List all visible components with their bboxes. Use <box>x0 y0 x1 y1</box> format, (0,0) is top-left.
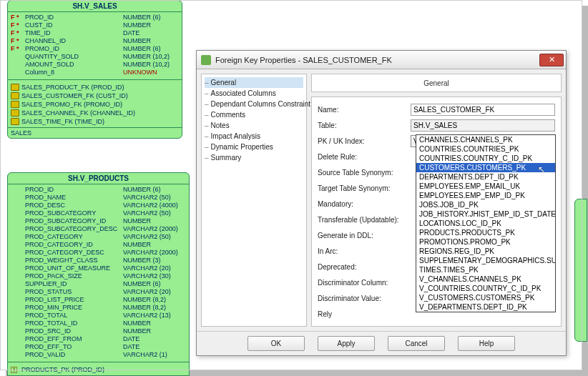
column-type: NUMBER (10,2) <box>123 61 170 69</box>
column-row[interactable]: PROD_SUBCATEGORY_IDNUMBER <box>11 217 186 225</box>
entity-products-columns: PROD_IDNUMBER (6)PROD_NAMEVARCHAR2 (50)P… <box>8 184 189 360</box>
column-type: VARCHAR2 (13) <box>123 312 171 320</box>
dropdown-item[interactable]: DEPARTMENTS.DEPT_ID_PK <box>416 172 555 182</box>
dropdown-item[interactable]: TIMES.TIMES_PK <box>416 265 555 274</box>
column-row[interactable]: PROD_EFF_FROMDATE <box>11 335 186 343</box>
fk-row[interactable]: SALES_CUSTOMER_FK (CUST_ID) <box>11 91 179 100</box>
fk-row[interactable]: SALES_CHANNEL_FK (CHANNEL_ID) <box>11 109 179 117</box>
tree-dash-icon: – <box>205 122 209 129</box>
label-disc-value: Discriminator Value: <box>318 295 411 302</box>
nav-item[interactable]: –Dependant Columns Constraint <box>205 99 303 109</box>
dropdown-item[interactable]: V_DEPARTMENTS.DEPT_ID_PK <box>416 302 555 312</box>
column-row[interactable]: PROD_TOTALVARCHAR2 (13) <box>11 312 186 320</box>
fk-label: SALES_TIME_FK (TIME_ID) <box>21 118 104 125</box>
column-row[interactable]: F *PROMO_IDNUMBER (6) <box>11 45 179 53</box>
column-row[interactable]: F *CUST_IDNUMBER <box>11 21 179 29</box>
dropdown-item[interactable]: EMPLOYEES.EMP_EMP_ID_PK <box>416 191 555 200</box>
column-name: SUPPLIER_ID <box>25 280 122 288</box>
column-row[interactable]: PROD_SRC_IDNUMBER <box>11 327 186 335</box>
column-type: VARCHAR2 (20) <box>123 264 171 272</box>
nav-item[interactable]: –General <box>205 77 303 88</box>
column-row[interactable]: QUANTITY_SOLDNUMBER (10,2) <box>11 53 179 61</box>
fk-row[interactable]: SALES_PRODUCT_FK (PROD_ID) <box>11 83 179 91</box>
cancel-button[interactable]: Cancel <box>388 336 445 351</box>
fk-row[interactable]: SALES_PROMO_FK (PROMO_ID) <box>11 100 179 109</box>
nav-item[interactable]: –Comments <box>205 109 303 120</box>
column-row[interactable]: PROD_IDNUMBER (6) <box>11 186 186 194</box>
entity-offscreen[interactable] <box>574 199 587 342</box>
dropdown-item[interactable]: JOBS.JOB_ID_PK <box>416 200 555 209</box>
column-row[interactable]: PROD_TOTAL_IDNUMBER <box>11 320 186 327</box>
column-row[interactable]: AMOUNT_SOLDNUMBER (10,2) <box>11 61 179 69</box>
column-row[interactable]: PROD_STATUSVARCHAR2 (20) <box>11 288 186 296</box>
column-row[interactable]: PROD_NAMEVARCHAR2 (50) <box>11 194 186 202</box>
column-row[interactable]: PROD_EFF_TODATE <box>11 343 186 351</box>
column-row[interactable]: PROD_CATEGORY_IDNUMBER <box>11 241 186 249</box>
label-tgt-synonym: Target Table Synonym: <box>318 184 411 192</box>
column-row[interactable]: F *PROD_IDNUMBER (6) <box>11 14 179 21</box>
column-name: PROD_WEIGHT_CLASS <box>25 257 122 264</box>
column-type: NUMBER (8,2) <box>123 304 166 312</box>
dropdown-item[interactable]: PROMOTIONS.PROMO_PK <box>416 237 555 247</box>
dropdown-item[interactable]: EMPLOYEES.EMP_EMAIL_UK <box>416 182 555 191</box>
dialog-panel: General Name: Table: PK / UK Index: V_CU… <box>311 74 562 327</box>
nav-item[interactable]: –Summary <box>205 152 303 163</box>
column-row[interactable]: PROD_PACK_SIZEVARCHAR2 (30) <box>11 272 186 280</box>
dialog-titlebar[interactable]: Foreign Key Properties - SALES_CUSTOMER_… <box>197 51 566 69</box>
column-type: VARCHAR2 (2000) <box>123 225 178 233</box>
column-name: PROD_ID <box>25 14 122 21</box>
column-row[interactable]: PROD_WEIGHT_CLASSNUMBER (3) <box>11 257 186 264</box>
pk-index-dropdown[interactable]: CHANNELS.CHANNELS_PKCOUNTRIES.COUNTRIES_… <box>416 134 556 312</box>
column-row[interactable]: PROD_SUBCATEGORY_DESCVARCHAR2 (2000) <box>11 225 186 233</box>
nav-item[interactable]: –Dynamic Properties <box>205 142 303 152</box>
apply-button[interactable]: Apply <box>318 336 375 351</box>
column-row[interactable]: PROD_CATEGORYVARCHAR2 (50) <box>11 233 186 241</box>
entity-sales-title: SH.V_SALES <box>8 1 182 12</box>
dropdown-item[interactable]: PRODUCTS.PRODUCTS_PK <box>416 228 555 237</box>
dropdown-item[interactable]: V_CHANNELS.CHANNELS_PK <box>416 274 555 284</box>
column-row[interactable]: PROD_MIN_PRICENUMBER (8,2) <box>11 304 186 312</box>
dropdown-item[interactable]: COUNTRIES.COUNTRY_C_ID_PK <box>416 154 555 163</box>
dialog-footer: OK Apply Cancel Help <box>197 331 566 355</box>
column-row[interactable]: PROD_CATEGORY_DESCVARCHAR2 (2000) <box>11 249 186 257</box>
column-symbol: F * <box>11 14 24 21</box>
column-row[interactable]: SUPPLIER_IDNUMBER (6) <box>11 280 186 288</box>
column-type: UNKNOWN <box>123 69 157 76</box>
fk-label: SALES_PROMO_FK (PROMO_ID) <box>21 101 122 108</box>
diagram-canvas[interactable]: SH.V_SALES F *PROD_IDNUMBER (6)F *CUST_I… <box>0 0 588 376</box>
input-table <box>411 119 555 132</box>
dropdown-item[interactable]: REGIONS.REG_ID_PK <box>416 247 555 256</box>
dropdown-item[interactable]: V_CUSTOMERS.CUSTOMERS_PK <box>416 293 555 302</box>
dropdown-item[interactable]: CUSTOMERS.CUSTOMERS_PK <box>416 163 555 172</box>
form-general: Name: Table: PK / UK Index: V_CUSTOMERS.… <box>311 97 562 327</box>
column-row[interactable]: PROD_DESCVARCHAR2 (4000) <box>11 202 186 209</box>
column-row[interactable]: F *TIME_IDDATE <box>11 29 179 37</box>
column-row[interactable]: PROD_SUBCATEGORYVARCHAR2 (50) <box>11 209 186 217</box>
dropdown-item[interactable]: LOCATIONS.LOC_ID_PK <box>416 219 555 228</box>
dropdown-item[interactable]: COUNTRIES.COUNTRIES_PK <box>416 144 555 154</box>
ok-button[interactable]: OK <box>248 336 305 351</box>
close-button[interactable]: ✕ <box>539 54 564 66</box>
label-rely: Rely <box>318 310 411 318</box>
nav-item[interactable]: –Impact Analysis <box>205 131 303 142</box>
column-row[interactable]: PROD_VALIDVARCHAR2 (1) <box>11 351 186 359</box>
column-row[interactable]: Column_8UNKNOWN <box>11 69 179 76</box>
column-row[interactable]: PROD_LIST_PRICENUMBER (8,2) <box>11 296 186 304</box>
nav-item[interactable]: –Notes <box>205 120 303 131</box>
column-name: PROD_TOTAL_ID <box>25 320 122 327</box>
help-button[interactable]: Help <box>458 336 515 351</box>
column-row[interactable]: F *CHANNEL_IDNUMBER <box>11 37 179 45</box>
label-name: Name: <box>318 106 411 114</box>
input-name[interactable] <box>411 104 555 116</box>
dropdown-item[interactable]: SUPPLEMENTARY_DEMOGRAPHICS.SUPP_DEMO_PK <box>416 256 555 265</box>
dropdown-item[interactable]: CHANNELS.CHANNELS_PK <box>416 135 555 144</box>
entity-products[interactable]: SH.V_PRODUCTS PROD_IDNUMBER (6)PROD_NAME… <box>7 172 190 376</box>
entity-sales[interactable]: SH.V_SALES F *PROD_IDNUMBER (6)F *CUST_I… <box>7 0 182 139</box>
column-row[interactable]: PROD_UNIT_OF_MEASUREVARCHAR2 (20) <box>11 264 186 272</box>
dropdown-item[interactable]: V_COUNTRIES.COUNTRY_C_ID_PK <box>416 284 555 293</box>
nav-item[interactable]: –Associated Columns <box>205 88 303 99</box>
fk-row[interactable]: SALES_TIME_FK (TIME_ID) <box>11 117 179 126</box>
key-icon: ⚿ <box>11 366 18 374</box>
tree-dash-icon: – <box>205 111 209 119</box>
dropdown-item[interactable]: JOB_HISTORY.JHIST_EMP_ID_ST_DATE_PK <box>416 209 555 219</box>
